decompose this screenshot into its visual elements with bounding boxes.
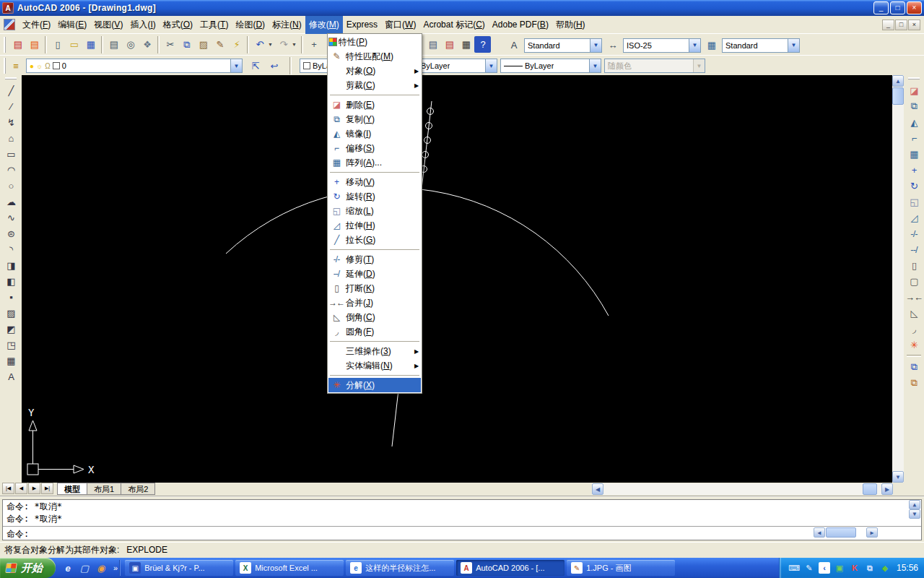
- menuitem-剪裁[interactable]: 剪裁(C)▶: [328, 78, 421, 92]
- scroll-down-button[interactable]: ▼: [892, 471, 904, 483]
- menuitem-拉伸[interactable]: ◿拉伸(H): [328, 218, 421, 233]
- autocad-app-icon[interactable]: A: [2, 2, 14, 14]
- lineweight-combo[interactable]: ByLayer ▼: [500, 59, 601, 73]
- open-icon[interactable]: ▭: [66, 36, 82, 53]
- quickcalc-icon[interactable]: ▦: [458, 36, 474, 53]
- drawing-canvas[interactable]: Y X: [22, 75, 892, 483]
- trim-icon[interactable]: -/-: [905, 225, 923, 241]
- layer-previous-icon[interactable]: ↩: [266, 58, 282, 74]
- redo-icon[interactable]: ↷: [275, 36, 292, 53]
- chevron-down-icon[interactable]: ▼: [230, 59, 242, 72]
- table-style-combo[interactable]: Standard ▼: [722, 38, 800, 53]
- table-icon[interactable]: ▦: [2, 353, 19, 368]
- scroll-right-button[interactable]: ▶: [866, 527, 878, 538]
- menu-绘图[interactable]: 绘图(D): [232, 16, 269, 34]
- publish-icon[interactable]: ❖: [139, 36, 155, 53]
- toolbar-grip[interactable]: [5, 77, 17, 81]
- menuitem-倒角[interactable]: ◺倒角(C): [328, 310, 421, 324]
- menuitem-拉长[interactable]: ╱拉长(G): [328, 233, 421, 247]
- vertical-scroll-thumb[interactable]: [892, 87, 904, 105]
- gradient-icon[interactable]: ◩: [2, 321, 19, 337]
- mdi-minimize-button[interactable]: _: [882, 20, 894, 30]
- menu-Express[interactable]: Express: [343, 17, 381, 33]
- cut-icon[interactable]: ✂: [162, 36, 178, 53]
- menuitem-镜像[interactable]: ◭镜像(I): [328, 126, 421, 141]
- horizontal-scrollbar[interactable]: ◀ ▶: [592, 483, 893, 495]
- revcloud-icon[interactable]: ☁: [2, 194, 19, 210]
- menuitem-偏移[interactable]: ⌐偏移(S): [328, 141, 421, 155]
- move-icon[interactable]: +: [905, 162, 923, 178]
- mtext-icon[interactable]: A: [2, 368, 19, 384]
- scroll-right-button[interactable]: ▶: [881, 483, 893, 495]
- mdi-close-button[interactable]: ×: [908, 20, 920, 30]
- menuitem-延伸[interactable]: --/延伸(D): [328, 267, 421, 281]
- network-tray-icon[interactable]: ⧉: [864, 562, 876, 574]
- polygon-icon[interactable]: ⌂: [2, 130, 19, 146]
- pen-input-icon[interactable]: ✎: [803, 562, 815, 574]
- scroll-up-button[interactable]: ▲: [909, 500, 920, 509]
- plot-icon[interactable]: ▤: [105, 36, 122, 53]
- tab-nav-button-0[interactable]: |◀: [2, 483, 14, 494]
- minimize-button[interactable]: _: [873, 1, 889, 14]
- chevron-down-icon[interactable]: ▼: [589, 59, 601, 72]
- menuitem-对象[interactable]: 对象(O)▶: [328, 64, 421, 78]
- polyline-icon[interactable]: ↯: [2, 114, 19, 130]
- ellipse-arc-icon[interactable]: ◝: [2, 241, 19, 257]
- scroll-up-button[interactable]: ▲: [892, 75, 904, 87]
- save-icon[interactable]: ▦: [82, 36, 99, 53]
- start-button[interactable]: 开始: [0, 558, 56, 578]
- spline-icon[interactable]: ∿: [2, 210, 19, 225]
- pdf-comment-icon[interactable]: ▤: [26, 36, 43, 53]
- scroll-left-button[interactable]: ◀: [592, 483, 603, 495]
- restore-button[interactable]: □: [890, 1, 905, 14]
- array-icon[interactable]: ▦: [905, 146, 923, 162]
- layer-properties-icon[interactable]: ≡: [7, 58, 24, 74]
- offset-icon[interactable]: ⌐: [905, 130, 923, 146]
- hatch-icon[interactable]: ▨: [2, 305, 19, 321]
- plot-preview-icon[interactable]: ◎: [122, 36, 139, 53]
- menuitem-三维操作[interactable]: 三维操作(3)▶: [328, 344, 421, 358]
- menuitem-删除[interactable]: ◪删除(E): [328, 98, 421, 112]
- taskbar-button-这样的半径标注怎...[interactable]: e这样的半径标注怎...: [346, 560, 454, 576]
- tab-nav-button-2[interactable]: ▶: [28, 483, 40, 494]
- mdi-restore-button[interactable]: □: [895, 20, 907, 30]
- dim-style-combo[interactable]: ISO-25 ▼: [623, 38, 701, 53]
- break-at-point-icon[interactable]: ▯: [905, 257, 923, 273]
- menuitem-旋转[interactable]: ↻旋转(R): [328, 189, 421, 204]
- taskbar-button-Brüel & Kj?r - P...[interactable]: ▣Brüel & Kj?r - P...: [125, 560, 233, 576]
- command-text-area[interactable]: 命令: *取消*命令: *取消* 命令: ▲ ▼ ◀ ▶: [2, 499, 922, 540]
- break-icon[interactable]: ▢: [905, 273, 923, 289]
- menuitem-缩放[interactable]: ◱缩放(L): [328, 204, 421, 218]
- menuitem-阵列[interactable]: ▦阵列(A)...: [328, 155, 421, 170]
- menu-格式[interactable]: 格式(O): [160, 16, 196, 34]
- stretch-icon[interactable]: ◿: [905, 210, 923, 225]
- agent-tray-icon[interactable]: ▣: [834, 562, 845, 574]
- chevron-down-icon[interactable]: ▼: [689, 39, 700, 52]
- menu-插入[interactable]: 插入(I): [126, 16, 159, 34]
- command-horizontal-scrollbar[interactable]: ◀ ▶: [814, 527, 878, 538]
- pdf-convert-icon[interactable]: ▤: [9, 36, 26, 53]
- fillet-icon[interactable]: ◞: [905, 321, 923, 337]
- matchprop-icon[interactable]: ✎: [212, 36, 228, 53]
- command-scroll-thumb[interactable]: [826, 527, 856, 538]
- ellipse-icon[interactable]: ⊜: [2, 225, 19, 241]
- menuitem-圆角[interactable]: ◞圆角(F): [328, 324, 421, 339]
- construction-line-icon[interactable]: ∕: [2, 98, 19, 114]
- menuitem-特性匹配[interactable]: ✎特性匹配(M): [328, 49, 421, 64]
- taskbar-button-1.JPG - 画图[interactable]: ✎1.JPG - 画图: [567, 560, 675, 576]
- toolbar-grip[interactable]: [908, 77, 920, 81]
- extend-icon[interactable]: --/: [905, 241, 923, 257]
- menuitem-特性[interactable]: 特性(P): [328, 35, 421, 49]
- make-block-icon[interactable]: ◧: [2, 273, 19, 289]
- scroll-down-button[interactable]: ▼: [909, 509, 920, 519]
- draworder-front-icon[interactable]: ⧉: [905, 359, 923, 375]
- table-style-icon[interactable]: ▦: [703, 37, 720, 53]
- quick-launch-overflow-icon[interactable]: »: [113, 564, 118, 572]
- sheetset-manager-icon[interactable]: ▤: [424, 36, 441, 53]
- drawing-file-icon[interactable]: [4, 19, 15, 30]
- chevron-down-icon[interactable]: ▼: [292, 36, 299, 53]
- menu-窗口[interactable]: 窗口(W): [381, 16, 419, 34]
- menuitem-移动[interactable]: +移动(V): [328, 175, 421, 189]
- show-desktop-icon[interactable]: ▢: [78, 561, 91, 574]
- keyboard-icon[interactable]: ⌨: [788, 562, 800, 574]
